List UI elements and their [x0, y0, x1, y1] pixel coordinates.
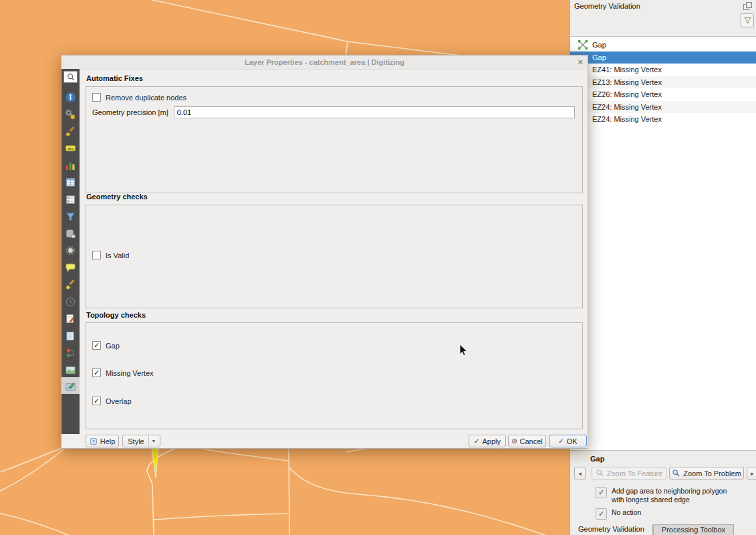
table-icon [65, 177, 76, 188]
automatic-fixes-groupbox [86, 86, 583, 193]
flag-legend-icon [65, 347, 76, 358]
list-item-label: EZ26: Missing Vertex [592, 90, 662, 98]
zoom-to-problem-button[interactable]: Zoom To Problem [669, 467, 744, 479]
apply-button[interactable]: ✓ Apply [469, 435, 506, 447]
gap-label: Gap [106, 342, 120, 350]
wrench-gear-icon [65, 109, 76, 120]
remove-duplicate-nodes-label: Remove duplicate nodes [106, 94, 186, 102]
help-button[interactable]: ? Help [86, 435, 119, 447]
is-valid-checkbox[interactable] [92, 251, 101, 259]
previous-error-button[interactable]: ◂ [574, 467, 586, 479]
list-item-selected[interactable]: Gap [570, 51, 756, 64]
fix-checkbox[interactable] [596, 487, 607, 498]
sidebar-item-fields[interactable] [64, 176, 77, 189]
brush-icon [65, 279, 76, 290]
sidebar-item-display[interactable] [64, 261, 77, 274]
gap-error-icon [578, 39, 588, 50]
sidebar-item-source[interactable] [64, 108, 77, 121]
ok-button[interactable]: ✓ OK [549, 435, 587, 447]
check-icon: ✓ [558, 437, 563, 445]
next-error-button[interactable]: ▸ [747, 467, 756, 479]
speech-bubble-icon [65, 262, 76, 274]
sidebar-item-digitizing[interactable] [64, 381, 77, 393]
check-icon: ✓ [474, 437, 479, 445]
gear-icon [65, 245, 76, 256]
dialog-content: Automatic Fixes Remove duplicate nodes G… [80, 69, 588, 433]
style-dropdown-button[interactable]: Style ▾ [122, 435, 160, 447]
section-title-geometry-checks: Geometry checks [86, 193, 148, 201]
list-item[interactable]: EZ24: Missing Vertex [570, 101, 756, 114]
geometry-precision-label: Geometry precision [m] [92, 108, 168, 116]
list-item-label: EZ24: Missing Vertex [592, 115, 662, 123]
sidebar-item-diagrams[interactable] [64, 159, 77, 172]
sidebar-item-rendering[interactable] [64, 278, 77, 291]
list-item[interactable]: Gap [570, 39, 756, 51]
form-icon [65, 194, 76, 205]
geometry-precision-input[interactable] [174, 106, 575, 118]
funnel-icon [743, 15, 753, 25]
list-item[interactable]: EZ26: Missing Vertex [570, 88, 756, 101]
gap-error-highlight [152, 449, 158, 477]
search-icon [66, 72, 76, 82]
list-item[interactable]: EZ13: Missing Vertex [570, 76, 756, 89]
qgis-screen: { "colors": { "map_background": "#f2a963… [0, 0, 756, 535]
overlap-label: Overlap [106, 397, 132, 405]
list-item-label: EZ24: Missing Vertex [592, 103, 662, 111]
geometry-checks-groupbox [86, 205, 583, 308]
sidebar-item-auxiliary-storage[interactable] [64, 227, 77, 240]
sidebar-item-legend[interactable] [64, 364, 77, 377]
gap-checkbox[interactable] [92, 341, 101, 350]
cancel-button[interactable]: ⊘ Cancel [508, 435, 546, 447]
tab-processing-toolbox[interactable]: Processing Toolbox [653, 524, 734, 535]
join-triangle-icon [65, 211, 76, 222]
sidebar-item-actions[interactable] [64, 244, 77, 257]
sidebar-item-labels[interactable]: abc [64, 142, 77, 154]
panel-tab-bar: Geometry Validation Processing Toolbox [570, 524, 756, 535]
fix-option-label[interactable]: Add gap area to neighboring polygon with… [612, 487, 731, 504]
list-item[interactable]: EZ41: Missing Vertex [570, 64, 756, 76]
section-title-topology-checks: Topology checks [86, 311, 146, 319]
sidebar-item-information[interactable] [64, 91, 77, 104]
help-icon: ? [90, 437, 98, 445]
chevron-down-icon: ▾ [148, 435, 155, 447]
tab-geometry-validation[interactable]: Geometry Validation [570, 524, 653, 535]
filter-errors-button[interactable] [741, 13, 754, 27]
magnifier-icon [672, 469, 680, 477]
paintbrush-icon [65, 126, 76, 137]
sidebar-item-metadata[interactable] [64, 330, 77, 342]
fix-checkbox[interactable] [596, 508, 607, 520]
float-panel-icon[interactable] [743, 1, 753, 11]
overlap-checkbox[interactable] [92, 397, 101, 405]
sidebar-item-dependencies[interactable] [64, 346, 77, 359]
sidebar-item-joins[interactable] [64, 210, 77, 223]
list-item-label: Gap [592, 54, 606, 62]
sidebar-item-variables[interactable] [64, 312, 77, 325]
close-icon[interactable]: × [578, 56, 583, 69]
map-pencil-icon [65, 381, 76, 393]
sidebar-search-input[interactable] [64, 71, 78, 83]
list-item[interactable]: EZ24: Missing Vertex [570, 113, 756, 126]
is-valid-label: Is Valid [106, 251, 129, 259]
topology-checks-groupbox [86, 322, 583, 429]
panel-title: Geometry Validation [574, 2, 640, 10]
remove-duplicate-nodes-checkbox[interactable] [92, 93, 101, 102]
fix-option-label[interactable]: No action [612, 508, 731, 517]
dialog-sidebar: abc [61, 69, 80, 434]
abc-label-icon: abc [65, 142, 76, 154]
missing-vertex-checkbox[interactable] [92, 368, 101, 377]
error-detail-pane: Gap ◂ Zoom To Feature Zoom To Problem ▸ … [570, 451, 756, 525]
svg-text:?: ? [92, 439, 95, 444]
zoom-to-feature-button[interactable]: Zoom To Feature [592, 467, 666, 479]
document-icon [65, 330, 76, 342]
dialog-titlebar[interactable]: Layer Properties - catchment_area | Digi… [61, 56, 588, 70]
clock-icon [65, 296, 76, 308]
bar-chart-icon [65, 160, 76, 171]
sidebar-item-attributes-form[interactable] [64, 193, 77, 206]
sidebar-item-symbology[interactable] [64, 125, 77, 138]
picture-icon [65, 364, 76, 376]
layer-properties-dialog: Layer Properties - catchment_area | Digi… [61, 55, 588, 449]
magnifier-icon [596, 469, 604, 477]
geometry-validation-panel: Geometry Validation Gap Gap EZ41: Missin… [570, 0, 756, 535]
list-item-label: Gap [592, 41, 606, 49]
sidebar-item-temporal[interactable] [64, 296, 77, 308]
